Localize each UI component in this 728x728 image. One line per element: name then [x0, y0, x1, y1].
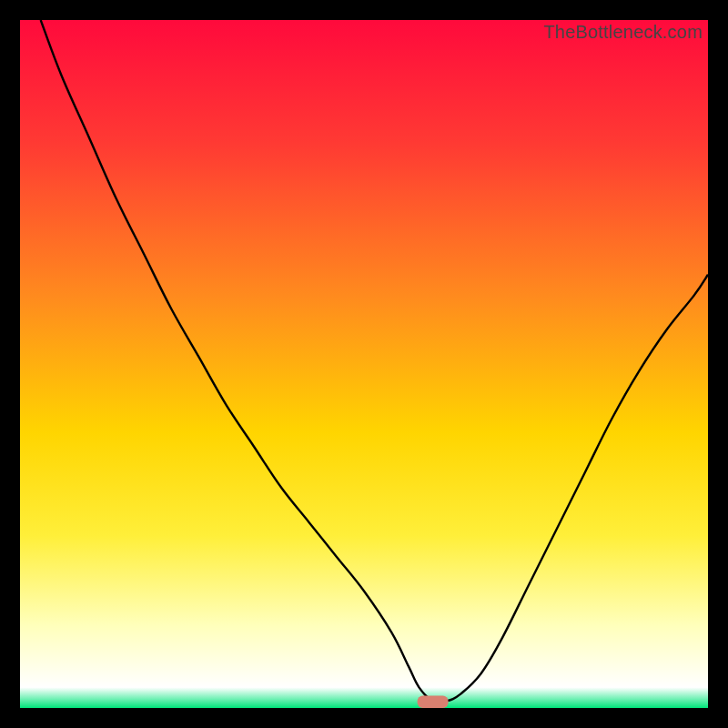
- gradient-background: [20, 20, 708, 708]
- bottleneck-plot: [20, 20, 708, 708]
- watermark-label: TheBottleneck.com: [543, 22, 703, 43]
- optimal-marker: [418, 695, 449, 708]
- chart-frame: TheBottleneck.com: [20, 20, 708, 708]
